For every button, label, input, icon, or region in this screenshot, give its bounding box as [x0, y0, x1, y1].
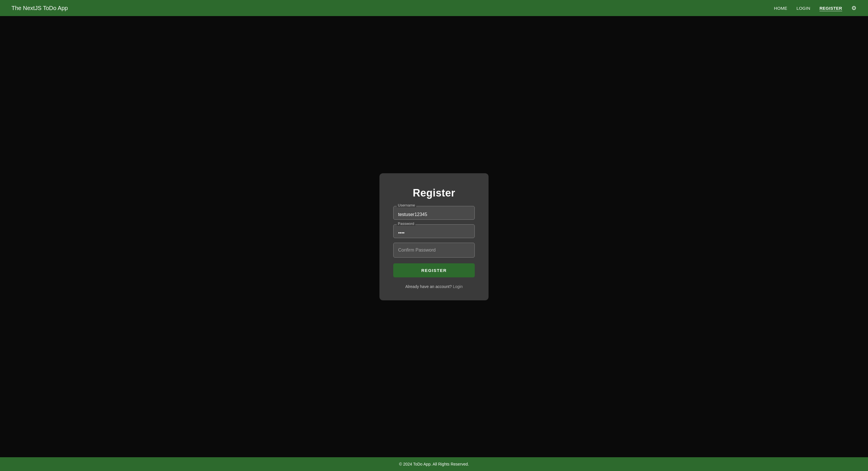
nav-register[interactable]: REGISTER: [819, 6, 842, 11]
login-link[interactable]: Login: [453, 284, 463, 289]
nav-login[interactable]: LOGIN: [797, 6, 810, 11]
username-input[interactable]: [393, 206, 475, 220]
confirm-password-group: [393, 243, 475, 258]
card-footer: Already have an account? Login: [405, 284, 463, 289]
settings-icon[interactable]: ⚙: [851, 5, 857, 11]
navbar: The NextJS ToDo App HOME LOGIN REGISTER …: [0, 0, 868, 16]
nav-home[interactable]: HOME: [774, 6, 787, 11]
nav-links: HOME LOGIN REGISTER ⚙: [774, 5, 857, 11]
register-card: Register Username Password REGISTER Alre…: [379, 173, 489, 300]
register-button[interactable]: REGISTER: [393, 263, 475, 277]
card-title: Register: [413, 187, 455, 199]
register-form: Username Password REGISTER: [393, 206, 475, 277]
password-group: Password: [393, 224, 475, 238]
username-group: Username: [393, 206, 475, 220]
app-brand: The NextJS ToDo App: [11, 5, 68, 11]
footer-text: © 2024 ToDo App. All Rights Reserved.: [399, 462, 469, 466]
page-footer: © 2024 ToDo App. All Rights Reserved.: [0, 457, 868, 471]
already-have-account-text: Already have an account?: [405, 284, 452, 289]
password-input[interactable]: [393, 224, 475, 238]
confirm-password-input[interactable]: [393, 243, 475, 258]
main-content: Register Username Password REGISTER Alre…: [0, 16, 868, 457]
